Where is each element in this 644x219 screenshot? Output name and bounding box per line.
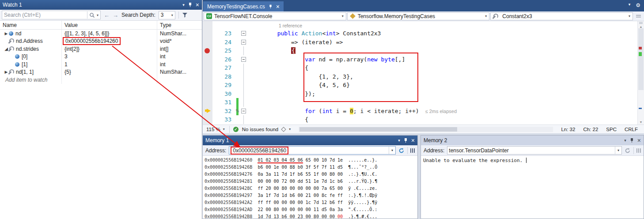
splitter-grip-icon[interactable] (636, 15, 641, 17)
table-row[interactable]: ▶nd[1, 1]{5}NumShar... (0, 68, 202, 76)
scrollbar-thumb[interactable] (638, 28, 644, 90)
code-line[interactable]: 23 public Action<int> Constant2x3 (203, 29, 637, 38)
memory-row[interactable]: 0x000002556B194297 3a 1f 7d 1d b6 00 21 … (205, 192, 417, 199)
issues-label[interactable]: No issues found (242, 127, 278, 132)
eol-indicator[interactable]: CRLF (625, 127, 638, 132)
member-dropdown[interactable]: Constant2x3 ▾ (490, 12, 633, 20)
breakpoint-margin-cell[interactable] (203, 64, 212, 72)
breakpoint-margin-cell[interactable] (203, 38, 212, 47)
watch-titlebar[interactable]: Watch 1 ▾ × (0, 0, 202, 10)
code-text[interactable] (250, 98, 637, 107)
code-line[interactable]: 31 (203, 98, 637, 107)
breakpoint-margin-cell[interactable] (203, 90, 212, 98)
outlining-margin-cell[interactable] (240, 38, 250, 47)
table-row[interactable]: ◢nd.strides{int[2]}int[] (0, 45, 202, 53)
window-position-icon[interactable]: ▾ (624, 138, 626, 143)
memory2-titlebar[interactable]: Memory 2 ▾ × (421, 136, 644, 145)
outlining-margin-cell[interactable] (240, 107, 250, 116)
address-input[interactable]: 0x000002556B194260 ▾ (229, 146, 396, 155)
codelens-references[interactable]: 1 reference (279, 23, 302, 28)
code-text[interactable]: => (iterate) => (250, 38, 637, 47)
pin-icon[interactable] (269, 4, 272, 8)
code-text[interactable]: {4, 5, 6} (250, 81, 637, 90)
collapse-box-icon[interactable] (241, 31, 246, 36)
issues-check-icon[interactable]: ✓ (233, 127, 239, 132)
code-text[interactable]: }); (250, 90, 637, 98)
columns-icon[interactable] (410, 148, 411, 153)
collapse-box-icon[interactable] (241, 40, 246, 45)
window-list-icon[interactable]: ▾ (629, 2, 631, 8)
column-indicator[interactable]: Ch: 22 (583, 127, 598, 132)
pin-icon[interactable] (188, 2, 192, 8)
outlining-margin-cell[interactable] (240, 90, 250, 98)
scrollbar-split-grip[interactable] (639, 22, 643, 24)
table-row[interactable]: ▶nd{[[1, 2, 3], [4, 5, 6]]}NumShar... (0, 30, 202, 38)
code-line[interactable]: 26 var nd = np.array(new byte[,] (203, 55, 637, 64)
expand-arrow-icon[interactable]: ▶ (4, 31, 9, 36)
table-row[interactable]: nd.Address0x000002556b194260void* (0, 38, 202, 45)
memory1-titlebar[interactable]: Memory 1 ▾ × (203, 136, 417, 145)
refresh-icon[interactable] (625, 147, 631, 154)
search-depth-select[interactable]: 3 ▾ (159, 11, 175, 19)
code-text[interactable]: { (250, 115, 637, 124)
breakpoint-margin-cell[interactable] (203, 98, 212, 107)
back-arrow-icon[interactable]: ← (104, 12, 110, 19)
code-line[interactable]: 28 {1, 2, 3}, (203, 72, 637, 81)
code-line[interactable]: 24 => (iterate) => (203, 38, 637, 47)
memory2-message-area[interactable]: Unable to evaluate the expression. (421, 156, 644, 219)
table-row[interactable]: [0]3int (0, 53, 202, 61)
code-text[interactable]: { (250, 46, 637, 55)
code-line[interactable]: 30 }); (203, 90, 637, 98)
memory-row[interactable]: 0x000002556B1942B8 1d 7d 13 b6 00 23 00 … (205, 213, 417, 219)
columns-icon[interactable] (636, 148, 637, 153)
tab-memorytestingcases[interactable]: MemoryTestingCases.cs × (203, 1, 284, 11)
add-item-label[interactable]: Add item to watch (5, 77, 47, 83)
outlining-margin-cell[interactable] (240, 115, 250, 124)
scrollbar-thumb[interactable] (299, 127, 457, 132)
settings-gear-icon[interactable]: ⚙ (636, 2, 640, 8)
chevron-down-icon[interactable]: ▾ (97, 13, 98, 17)
memory-row[interactable]: 0x000002556B194260 01 02 03 04 05 06 65 … (205, 157, 417, 164)
search-icon[interactable] (89, 12, 95, 18)
code-text[interactable]: { (250, 64, 637, 72)
project-dropdown[interactable]: C# TensorFlowNET.Console ▾ (204, 12, 346, 20)
forward-arrow-icon[interactable]: → (113, 12, 118, 19)
outlining-margin-cell[interactable] (240, 55, 250, 64)
breakpoint-margin-cell[interactable] (203, 55, 212, 64)
memory1-rows[interactable]: 0x000002556B194260 01 02 03 04 05 06 65 … (203, 156, 417, 219)
chevron-down-icon[interactable]: ▾ (389, 147, 395, 154)
close-icon[interactable]: × (411, 138, 415, 143)
type-dropdown[interactable]: Tensorflow.MemoryTestingCases ▾ (347, 12, 490, 20)
add-watch-row[interactable]: Add item to watch (0, 76, 202, 84)
outlining-margin-cell[interactable] (240, 64, 250, 72)
code-area[interactable]: 1 reference 23 public Action<int> Consta… (203, 21, 637, 125)
breakpoint-margin-cell[interactable] (203, 29, 212, 38)
memory-row[interactable]: 0x000002556B1942AD 22 00 80 00 00 00 00 … (205, 206, 417, 213)
code-cleanup-icon[interactable] (281, 127, 286, 132)
pin-icon[interactable] (404, 138, 408, 143)
address-input[interactable]: tensor.TensorDataPointer ▾ (447, 146, 622, 155)
window-position-icon[interactable]: ▾ (398, 138, 400, 143)
code-text[interactable]: public Action<int> Constant2x3 (250, 29, 637, 38)
outlining-margin-cell[interactable] (240, 98, 250, 107)
memory-row[interactable]: 0x000002556B19426B b6 00 1e 00 88 b0 3f … (205, 164, 417, 171)
column-header-type[interactable]: Type (157, 21, 202, 29)
pin-icon[interactable] (630, 138, 634, 143)
memory-row[interactable]: 0x000002556B1942A2 ff ff 00 00 00 00 1c … (205, 199, 417, 206)
code-line[interactable]: 33 { (203, 115, 637, 124)
outlining-margin-cell[interactable] (240, 46, 250, 55)
breakpoint-margin-cell[interactable] (203, 72, 212, 81)
line-indicator[interactable]: Ln: 32 (561, 127, 575, 132)
breakpoint-margin-cell[interactable] (203, 46, 212, 55)
collapse-box-icon[interactable] (241, 109, 246, 113)
code-line[interactable]: 29 {4, 5, 6} (203, 81, 637, 90)
breakpoint-margin-cell[interactable] (203, 115, 212, 124)
code-line[interactable]: 27 { (203, 64, 637, 72)
horizontal-scrollbar[interactable] (299, 127, 553, 132)
search-box[interactable]: ▾ (2, 11, 101, 19)
vertical-scrollbar[interactable]: ▲ ▼ (637, 21, 644, 125)
outlining-margin-cell[interactable] (240, 72, 250, 81)
filter-icon[interactable] (182, 12, 188, 18)
close-icon[interactable]: × (637, 138, 641, 143)
window-position-icon[interactable]: ▾ (182, 3, 185, 7)
